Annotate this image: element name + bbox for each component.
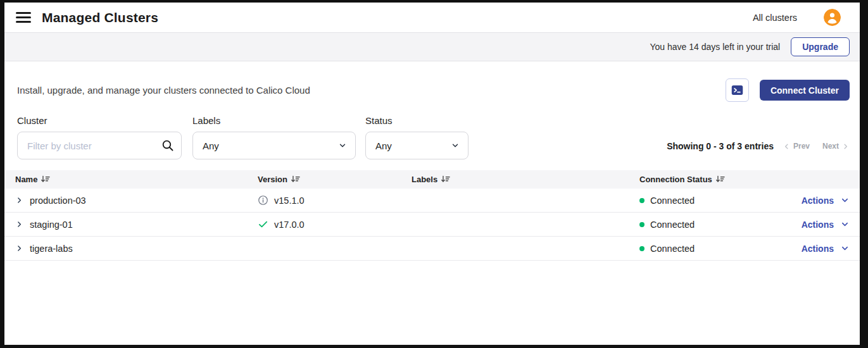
status-dot-icon bbox=[639, 198, 645, 203]
check-icon bbox=[258, 219, 268, 230]
toolbar-row: Install, upgrade, and manage your cluste… bbox=[17, 78, 850, 102]
labels-filter-value: Any bbox=[203, 140, 219, 151]
cluster-filter-label: Cluster bbox=[17, 115, 192, 126]
expand-row-button[interactable] bbox=[15, 220, 23, 228]
filters-row: Cluster Labels Any Status Any bbox=[17, 115, 850, 159]
user-avatar-icon[interactable] bbox=[824, 9, 841, 26]
terminal-button[interactable] bbox=[726, 78, 749, 102]
header-name: Name bbox=[15, 175, 37, 184]
connection-status: Connected bbox=[650, 220, 695, 230]
status-filter-label: Status bbox=[365, 115, 469, 126]
cluster-version: v17.0.0 bbox=[274, 220, 305, 230]
next-page-button[interactable]: Next bbox=[820, 142, 850, 151]
cluster-version: v15.1.0 bbox=[274, 196, 305, 206]
filter-status: Status Any bbox=[365, 115, 469, 159]
actions-button[interactable]: Actions bbox=[802, 244, 850, 254]
search-icon[interactable] bbox=[161, 139, 175, 152]
status-filter-value: Any bbox=[375, 140, 392, 151]
actions-button[interactable]: Actions bbox=[802, 196, 850, 206]
actions-button[interactable]: Actions bbox=[802, 220, 850, 230]
cluster-name: production-03 bbox=[30, 196, 86, 206]
cluster-filter-input[interactable] bbox=[17, 132, 182, 159]
connection-status: Connected bbox=[650, 244, 695, 254]
sort-icon[interactable] bbox=[441, 175, 450, 183]
header-version: Version bbox=[258, 175, 287, 184]
table-row: staging-01 v17.0.0 Connected Actions bbox=[4, 213, 860, 237]
expand-row-button[interactable] bbox=[15, 196, 23, 204]
chevron-down-icon bbox=[451, 141, 460, 150]
table-row: production-03 v15.1.0 Connected bbox=[4, 189, 860, 213]
labels-filter-label: Labels bbox=[192, 115, 365, 126]
upgrade-button[interactable]: Upgrade bbox=[791, 37, 850, 56]
hamburger-menu-icon[interactable] bbox=[16, 12, 31, 23]
showing-entries-label: Showing 0 - 3 of 3 entries bbox=[667, 141, 774, 151]
chevron-right-icon bbox=[15, 220, 23, 228]
cluster-name: staging-01 bbox=[30, 220, 73, 230]
page-title: Managed Clusters bbox=[42, 10, 158, 25]
status-dot-icon bbox=[639, 246, 645, 251]
sort-icon[interactable] bbox=[715, 175, 725, 183]
filter-labels: Labels Any bbox=[192, 115, 365, 159]
chevron-right-icon bbox=[841, 142, 850, 151]
sort-icon[interactable] bbox=[41, 175, 50, 183]
status-filter-select[interactable]: Any bbox=[365, 132, 469, 159]
cluster-scope-label[interactable]: All clusters bbox=[753, 13, 797, 23]
trial-message: You have 14 days left in your trial bbox=[650, 42, 780, 52]
chevron-down-icon bbox=[840, 244, 850, 253]
table-header-row: Name Version Labels bbox=[4, 170, 860, 189]
info-icon[interactable] bbox=[258, 195, 268, 206]
chevron-down-icon bbox=[840, 220, 850, 229]
terminal-icon bbox=[731, 84, 744, 97]
connection-status: Connected bbox=[650, 196, 695, 206]
top-bar: Managed Clusters All clusters bbox=[4, 3, 860, 32]
header-connection-status: Connection Status bbox=[639, 175, 712, 184]
chevron-left-icon bbox=[783, 142, 791, 151]
pagination: Showing 0 - 3 of 3 entries Prev Next bbox=[667, 141, 850, 151]
chevron-right-icon bbox=[15, 244, 23, 252]
prev-page-button[interactable]: Prev bbox=[783, 142, 812, 151]
app-window: Managed Clusters All clusters You have 1… bbox=[4, 3, 860, 345]
cluster-name: tigera-labs bbox=[30, 244, 73, 254]
connect-cluster-button[interactable]: Connect Cluster bbox=[760, 80, 850, 101]
header-labels: Labels bbox=[412, 175, 437, 184]
chevron-down-icon bbox=[338, 141, 347, 150]
chevron-right-icon bbox=[15, 196, 23, 204]
clusters-table: Name Version Labels bbox=[4, 170, 860, 261]
chevron-down-icon bbox=[840, 196, 850, 205]
table-row: tigera-labs Connected Actions bbox=[4, 237, 860, 261]
page-description: Install, upgrade, and manage your cluste… bbox=[17, 85, 310, 96]
filter-cluster: Cluster bbox=[17, 115, 192, 159]
expand-row-button[interactable] bbox=[15, 244, 23, 252]
trial-banner: You have 14 days left in your trial Upgr… bbox=[4, 32, 860, 61]
sort-icon[interactable] bbox=[291, 175, 300, 183]
labels-filter-select[interactable]: Any bbox=[192, 132, 356, 159]
status-dot-icon bbox=[639, 222, 645, 227]
